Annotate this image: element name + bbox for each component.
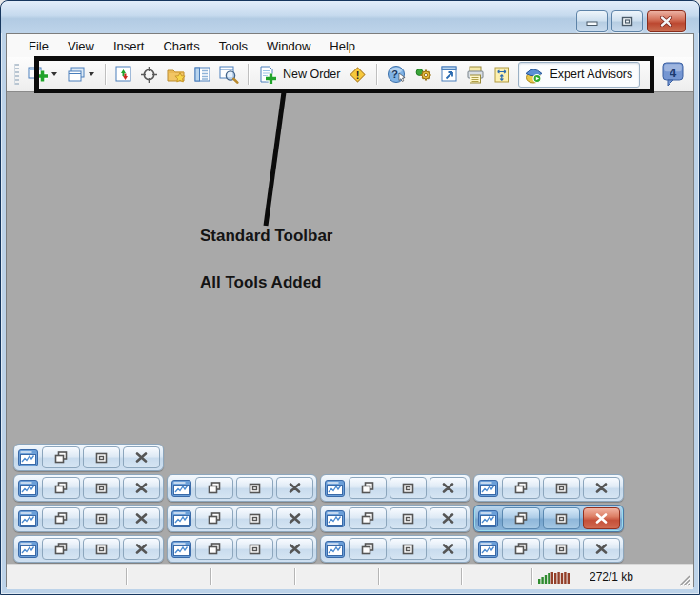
maximize-button[interactable]: [543, 507, 580, 529]
restore-button[interactable]: [349, 477, 387, 499]
maximize-button[interactable]: [83, 446, 120, 468]
data-window-icon: [194, 66, 211, 83]
minimized-chart-window-active[interactable]: [473, 505, 624, 532]
minimized-chart-window[interactable]: [473, 535, 624, 563]
print-button[interactable]: [463, 64, 488, 86]
resize-grip[interactable]: [678, 574, 691, 587]
close-button[interactable]: [276, 538, 313, 560]
maximize-button[interactable]: [390, 477, 427, 499]
profiles-button[interactable]: [64, 64, 99, 85]
new-order-button[interactable]: New Order: [255, 64, 343, 86]
close-button[interactable]: [123, 446, 160, 468]
restore-button[interactable]: [195, 538, 233, 560]
workspace: Standard Toolbar All Tools Added: [7, 92, 693, 564]
maximize-button[interactable]: [83, 477, 120, 499]
crosshair-icon: [140, 66, 158, 84]
restore-button[interactable]: [42, 477, 80, 499]
minimize-icon: [586, 17, 598, 27]
restore-button[interactable]: [42, 507, 80, 529]
minimized-chart-window[interactable]: [320, 474, 470, 502]
new-chart-dropdown-caret[interactable]: [51, 72, 57, 76]
print-preview-button[interactable]: [490, 64, 514, 86]
close-button[interactable]: [583, 507, 620, 529]
auto-trading-options-button[interactable]: [410, 63, 436, 86]
navigator-button[interactable]: [163, 64, 190, 86]
menu-window[interactable]: Window: [257, 36, 320, 56]
toolbar-grip[interactable]: [14, 64, 19, 85]
data-window-button[interactable]: [191, 64, 214, 85]
expert-advisors-button[interactable]: Expert Advisors: [518, 62, 640, 88]
minimized-chart-window[interactable]: [13, 535, 164, 563]
maximize-button[interactable]: [611, 10, 643, 32]
close-button[interactable]: [123, 477, 160, 499]
close-button[interactable]: [430, 477, 467, 499]
maximize-button[interactable]: [543, 477, 580, 499]
window-controls: [576, 10, 686, 32]
restore-icon: [208, 482, 221, 494]
callout-subtitle: All Tools Added: [200, 273, 322, 292]
new-chart-icon: [28, 66, 49, 83]
close-button[interactable]: [583, 477, 620, 499]
minimized-chart-window[interactable]: [167, 535, 317, 563]
maximize-button[interactable]: [236, 538, 273, 560]
maximize-button[interactable]: [236, 507, 273, 529]
close-button[interactable]: [276, 507, 313, 529]
traffic-counter: 272/1 kb: [590, 570, 633, 584]
notification-badge[interactable]: 4: [661, 61, 686, 91]
help-button[interactable]: ?: [384, 63, 409, 86]
menu-charts[interactable]: Charts: [153, 36, 209, 56]
close-button[interactable]: [123, 538, 160, 560]
restore-button[interactable]: [502, 477, 540, 499]
strategy-tester-button[interactable]: [216, 64, 242, 86]
minimized-chart-window[interactable]: [167, 474, 317, 502]
restore-button[interactable]: [42, 446, 80, 468]
market-watch-button[interactable]: [112, 64, 135, 85]
maximize-button[interactable]: [236, 477, 273, 499]
maximize-button[interactable]: [83, 507, 120, 529]
close-button[interactable]: [430, 538, 467, 560]
svg-text:?: ?: [392, 69, 399, 80]
menu-insert[interactable]: Insert: [104, 36, 154, 56]
svg-text:!: !: [356, 69, 360, 80]
maximize-button[interactable]: [390, 507, 427, 529]
menu-view[interactable]: View: [58, 36, 104, 56]
crosshair-button[interactable]: [137, 64, 161, 86]
restore-button[interactable]: [195, 507, 233, 529]
minimized-chart-window[interactable]: [13, 505, 164, 532]
menu-file[interactable]: File: [19, 36, 58, 56]
minimized-chart-window[interactable]: [167, 505, 317, 532]
restore-button[interactable]: [42, 538, 80, 560]
restore-button[interactable]: [349, 507, 387, 529]
restore-button[interactable]: [502, 507, 540, 529]
minimize-button[interactable]: [576, 10, 608, 32]
menu-help[interactable]: Help: [320, 36, 365, 56]
close-button[interactable]: [123, 507, 160, 529]
expert-advisors-icon: [523, 66, 545, 84]
restore-button[interactable]: [195, 477, 233, 499]
standard-toolbar: New Order ! ?: [7, 57, 693, 92]
minimized-chart-window[interactable]: [13, 474, 164, 502]
new-order-icon: [258, 66, 278, 84]
new-chart-button[interactable]: [25, 64, 62, 85]
alerts-button[interactable]: !: [345, 63, 370, 87]
full-screen-button[interactable]: [438, 64, 461, 85]
profiles-dropdown-caret[interactable]: [89, 72, 94, 76]
restore-button[interactable]: [502, 538, 540, 560]
maximize-button[interactable]: [390, 538, 427, 560]
client-area: File View Insert Charts Tools Window Hel…: [6, 33, 694, 587]
maximize-icon: [95, 544, 108, 555]
maximize-button[interactable]: [83, 538, 120, 560]
close-button[interactable]: [276, 477, 313, 499]
maximize-button[interactable]: [543, 538, 580, 560]
minimized-chart-window[interactable]: [13, 444, 164, 471]
minimized-chart-window[interactable]: [320, 535, 470, 563]
minimized-chart-window[interactable]: [320, 505, 470, 532]
callout-line: [7, 92, 693, 245]
close-button[interactable]: [647, 10, 686, 32]
menu-tools[interactable]: Tools: [210, 36, 257, 56]
minimized-chart-window[interactable]: [473, 474, 624, 502]
restore-button[interactable]: [349, 538, 387, 560]
close-icon: [442, 513, 454, 524]
close-button[interactable]: [430, 507, 467, 529]
close-button[interactable]: [583, 538, 620, 560]
